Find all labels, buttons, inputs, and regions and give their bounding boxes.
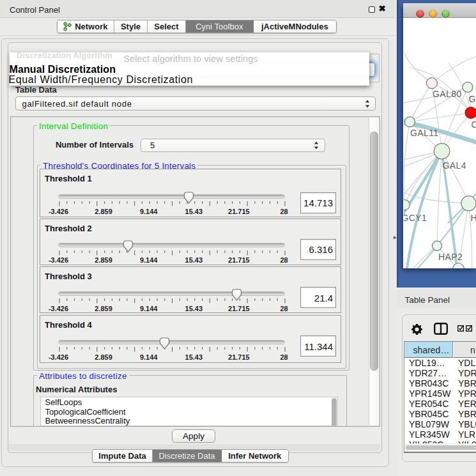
svg-text:GAL…: GAL… xyxy=(469,93,476,104)
svg-text:HI…: HI… xyxy=(471,212,476,222)
svg-text:HAP2: HAP2 xyxy=(438,252,463,262)
svg-text:CY…: CY… xyxy=(472,119,476,130)
svg-text:GCY1: GCY1 xyxy=(404,213,427,223)
svg-text:GAL80: GAL80 xyxy=(433,89,462,99)
svg-text:GAL4: GAL4 xyxy=(443,160,466,171)
svg-text:GAL11: GAL11 xyxy=(410,128,439,138)
